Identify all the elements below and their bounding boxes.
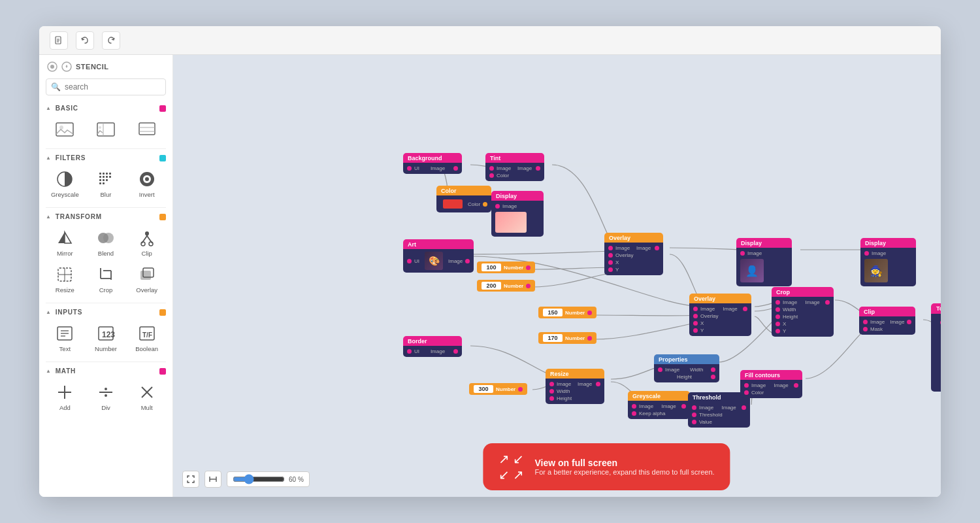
port-d3-image: Image [860, 250, 916, 257]
port-ov2-y: Y [689, 327, 751, 334]
pfc-b [744, 390, 749, 395]
number100-node[interactable]: 100 Number [477, 262, 535, 273]
p2 [608, 253, 613, 258]
tool-layers[interactable] [127, 117, 166, 142]
fullscreen-banner[interactable]: ↗ ↙ ↙ ↗ View on full screen For a better… [483, 443, 730, 490]
add-icon [53, 382, 76, 402]
svg-text:123: 123 [102, 330, 115, 339]
background-node[interactable]: Background UI Image [403, 153, 462, 174]
fill-contours-body: Image Image Color [740, 380, 802, 398]
number300-node[interactable]: 300 Number [469, 383, 527, 395]
crop-icon [94, 265, 118, 284]
resize-header: Resize [546, 369, 604, 379]
clip-node[interactable]: Clip Image Image Mask [859, 307, 915, 335]
ptoken [940, 320, 941, 325]
svg-rect-26 [106, 179, 108, 181]
banner-icons: ↗ ↙ ↙ ↗ [498, 451, 525, 482]
tool-mirror[interactable]: Mirror [46, 226, 84, 260]
tool-greyscale[interactable]: Greyscale [46, 167, 84, 201]
display1-node[interactable]: Display Image [491, 191, 544, 237]
tool-invert[interactable]: Invert [127, 167, 166, 201]
tool-clip[interactable]: Clip [127, 226, 166, 260]
banner-text: View on full screen For a better experie… [534, 458, 714, 476]
math-tools: Add Div Mult [39, 377, 172, 419]
tool-boolean[interactable]: T/F Boolean [127, 321, 166, 355]
display2-node[interactable]: Display Image 👤 [736, 238, 792, 286]
divider1 [46, 148, 166, 149]
text-icon [53, 324, 76, 343]
undo-button[interactable] [76, 31, 94, 50]
resize-node[interactable]: Resize Image Image Width Height [546, 369, 604, 404]
svg-marker-32 [58, 232, 65, 243]
threshold-node[interactable]: Threshold Image Image Threshold Valu [688, 392, 750, 428]
port-dot-art [407, 259, 412, 263]
display3-node[interactable]: Display Image 🧙 [860, 238, 916, 286]
crop-body: Image Image Width Height X [772, 297, 834, 337]
transform-dot [159, 214, 166, 220]
pov2a-out [743, 307, 747, 311]
p1-out [655, 246, 659, 250]
svg-rect-17 [103, 173, 105, 175]
crop-node[interactable]: Crop Image Image Width Height [772, 287, 834, 337]
overlay1-node[interactable]: Overlay Image Image Overlay X [604, 233, 663, 275]
display3-body: Image 🧙 [860, 248, 916, 286]
properties-node[interactable]: Properties Image Width Height [654, 354, 719, 382]
triangle-icon4: ▲ [46, 309, 52, 315]
tint-node[interactable]: Tint Image Image Color [485, 153, 544, 181]
tool-overlay[interactable]: Overlay [127, 262, 166, 296]
tool-image1[interactable] [46, 117, 84, 142]
tool-blend[interactable]: Blend [87, 226, 125, 260]
color-node[interactable]: Color Color [436, 186, 491, 212]
number170-val: 170 [543, 334, 563, 342]
basic-label: BASIC [56, 105, 78, 112]
pcrop-e [776, 329, 780, 333]
tool-number[interactable]: 123 Number [87, 321, 125, 355]
art-node[interactable]: Art UI 🎨 Image [403, 239, 474, 273]
math-label: MATH [56, 367, 76, 375]
tool-mult[interactable]: Mult [127, 380, 166, 414]
display3-header: Display [860, 238, 916, 248]
fit-button[interactable] [182, 471, 199, 488]
svg-rect-28 [103, 182, 105, 184]
triangle-icon: ▲ [46, 105, 52, 111]
number170-node[interactable]: 170 Number [538, 332, 596, 344]
port-grey-ka: Keep alpha [628, 410, 690, 417]
mirror-label: Mirror [57, 250, 73, 257]
canvas-area[interactable]: Background UI Image Tint I [173, 55, 941, 497]
tool-image2[interactable] [87, 117, 125, 142]
tool-add[interactable]: Add [46, 380, 84, 414]
tool-blur[interactable]: Blur [87, 167, 125, 201]
properties-body: Image Width Height [654, 364, 719, 382]
greyscale-node[interactable]: Greyscale Image Image Keep alpha [628, 391, 690, 419]
stencil-header: STENCIL [39, 55, 172, 76]
pcrop-c [776, 314, 780, 319]
svg-point-5 [50, 65, 54, 69]
divider4 [46, 362, 166, 362]
background-node-header: Background [403, 153, 462, 163]
pgrey-out [681, 404, 686, 409]
zoom-fit-button[interactable] [204, 471, 221, 488]
tool-text[interactable]: Text [46, 321, 84, 355]
number150-node[interactable]: 150 Number [538, 307, 596, 318]
overlay2-node[interactable]: Overlay Image Image Overlay X [689, 294, 751, 336]
sidebar: STENCIL 🔍 ▲ BASIC [39, 55, 173, 497]
border-node[interactable]: Border UI Image [403, 336, 462, 357]
svg-rect-19 [109, 173, 111, 175]
color-node-header: Color [436, 186, 491, 195]
image1-icon [53, 120, 76, 139]
number100-inner: 100 Number [477, 262, 535, 273]
token-node[interactable]: Token Image 🧙 [931, 303, 941, 392]
tool-crop[interactable]: Crop [87, 262, 125, 296]
mult-icon [135, 382, 159, 402]
redo-button[interactable] [102, 31, 120, 50]
port-crop-y: Y [772, 328, 834, 335]
number200-node[interactable]: 200 Number [477, 280, 535, 292]
tool-resize[interactable]: Resize [46, 262, 84, 296]
doc-button[interactable] [50, 31, 68, 50]
fill-contours-node[interactable]: Fill contours Image Image Color [740, 370, 802, 398]
tool-div[interactable]: Div [87, 380, 125, 414]
zoom-slider[interactable] [233, 474, 285, 484]
search-input[interactable] [46, 78, 166, 95]
pcrop-a [776, 300, 780, 305]
triangle-icon2: ▲ [46, 155, 52, 161]
